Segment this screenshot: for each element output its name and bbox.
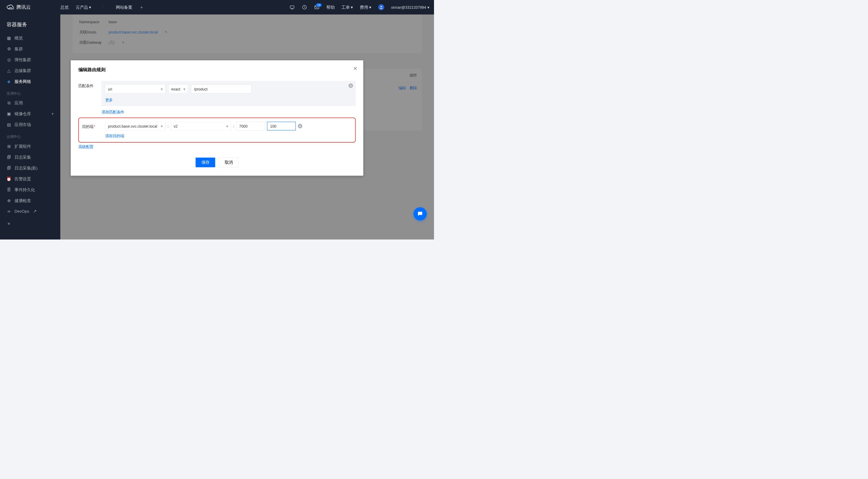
advanced-config-link[interactable]: 高级配置 [79,144,356,149]
topnav-add[interactable]: ＋ [140,4,144,10]
caret-down-icon: ▾ [161,87,163,91]
chevron-down-icon: ▾ [89,5,91,10]
delete-destination-icon[interactable]: ✕ [298,124,302,128]
sidebar-item-alarm[interactable]: ⏰告警设置 [0,174,60,184]
cluster-icon: ⚙ [7,47,11,51]
cancel-button[interactable]: 取消 [219,158,239,168]
market-icon: ▤ [7,122,11,127]
username-text[interactable]: xinran@3321337994 ▾ [391,5,429,10]
caret-down-icon: ▾ [183,87,185,91]
sidebar-item-health[interactable]: ⊕健康检查 [0,195,60,206]
topnav-beian[interactable]: 网站备案 [116,4,132,10]
save-button[interactable]: 保存 [196,158,215,168]
health-icon: ⊕ [7,199,11,203]
external-link-icon: ↗ [33,209,37,214]
edit-route-modal: 编辑路由规则 ✕ 匹配条件 ✕ uri▾ exact▾ 更多 [71,60,364,176]
avatar[interactable] [378,4,384,10]
dest-label: 目的端* [82,122,102,129]
match-condition-box: ✕ uri▾ exact▾ 更多 [102,81,356,107]
topnav-fee[interactable]: 费用 ▾ [360,4,371,10]
match-mode-select[interactable]: exact▾ [168,85,188,93]
alarm-icon: ⏰ [7,177,11,181]
sidebar-item-cluster[interactable]: ⚙集群 [0,43,60,54]
chevron-down-icon: ▾ [351,5,353,10]
grid-icon: ▦ [7,36,11,40]
sidebar-item-app[interactable]: ⧉应用 [0,98,60,109]
sidebar-item-edge[interactable]: △边缘集群 [0,65,60,76]
caret-down-icon: ▾ [161,124,163,128]
registry-icon: ▣ [7,112,11,116]
persist-icon: 🗄 [7,188,11,192]
sidebar-item-persist[interactable]: 🗄事件持久化 [0,184,60,195]
mesh-icon: ◈ [7,79,11,84]
sidebar-item-overview[interactable]: ▦概览 [0,33,60,43]
dest-port-input[interactable] [236,122,265,130]
sidebar-section-appcenter: 应用中心 [0,87,60,98]
sidebar-item-mesh[interactable]: ◈服务网格 [0,76,60,87]
topnav-ticket[interactable]: 工单 ▾ [341,4,353,10]
sidebar-item-elastic[interactable]: ◎弹性集群 [0,54,60,65]
add-destination-link[interactable]: 添加目的端 [105,134,124,138]
svg-rect-0 [290,6,294,8]
brand-text: 腾讯云 [16,4,31,10]
modal-title: 编辑路由规则 [79,67,356,73]
highlighted-destination-section: 目的端* product.base.svc.cluster.local▾ : v… [79,118,356,143]
sidebar-item-component[interactable]: ⊞扩展组件 [0,141,60,152]
sidebar-item-lognew[interactable]: 🗐日志采集(新) [0,162,60,174]
tencent-cloud-logo-icon [6,3,14,11]
svg-point-3 [381,6,382,7]
match-field-select[interactable]: uri▾ [105,85,165,93]
sidebar-item-collapse[interactable]: ≡ [0,219,60,229]
dest-host-select[interactable]: product.base.svc.cluster.local▾ [105,122,165,130]
sidebar-item-log[interactable]: 🗐日志采集 [0,152,60,162]
mail-icon[interactable]: 78 [314,4,319,10]
caret-down-icon: ▾ [226,124,228,128]
mail-badge: 78 [316,3,321,7]
log-icon: 🗐 [7,155,11,159]
app-icon: ⧉ [7,101,11,105]
dest-weight-input[interactable] [267,122,296,130]
match-value-input[interactable] [191,85,251,93]
edge-icon: △ [7,68,11,73]
divider [103,4,104,10]
collapse-icon: ≡ [7,221,11,226]
sidebar-item-registry[interactable]: ▣镜像仓库▾ [0,109,60,119]
topnav-overview[interactable]: 总览 [60,4,68,10]
close-icon[interactable]: ✕ [353,65,358,71]
dest-version-select[interactable]: v2▾ [171,122,231,130]
chevron-down-icon: ▾ [427,5,430,9]
topnav-products[interactable]: 云产品 ▾ [76,4,91,10]
delete-condition-icon[interactable]: ✕ [349,84,353,88]
add-condition-link[interactable]: 添加匹配条件 [102,110,124,114]
log-icon: 🗐 [7,166,11,171]
chevron-down-icon: ▾ [52,112,54,116]
more-link[interactable]: 更多 [105,98,113,102]
elastic-icon: ◎ [7,58,11,62]
topnav-help[interactable]: 帮助 [326,4,335,10]
clock-icon[interactable] [302,4,307,10]
sidebar-item-devops[interactable]: ∞DevOps↗ [0,206,60,216]
match-label: 匹配条件 [79,81,98,89]
sidebar-section-opscenter: 运维中心 [0,130,60,141]
tool-icon[interactable] [289,4,294,10]
sidebar-item-market[interactable]: ▤应用市场 [0,119,60,130]
sidebar: 容器服务 ▦概览 ⚙集群 ◎弹性集群 △边缘集群 ◈服务网格 应用中心 ⧉应用 … [0,14,60,239]
chevron-down-icon: ▾ [369,5,371,10]
top-nav: 腾讯云 总览 云产品 ▾ 网站备案 ＋ 78 帮助 工单 ▾ 费用 ▾ xinr… [0,0,434,14]
chat-fab[interactable] [413,207,427,220]
sidebar-title: 容器服务 [0,18,60,33]
devops-icon: ∞ [7,209,11,214]
component-icon: ⊞ [7,144,11,149]
